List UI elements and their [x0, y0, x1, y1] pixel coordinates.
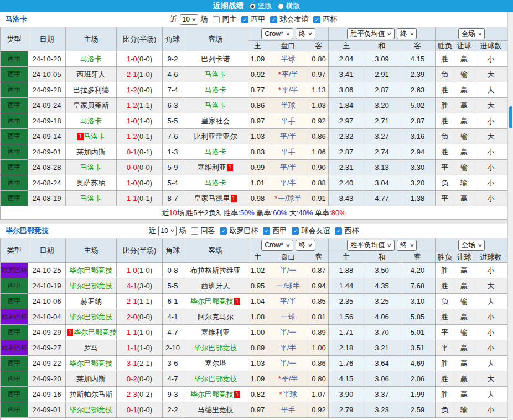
same-venue-checkbox[interactable]	[191, 227, 198, 235]
odds-away: 1.00	[309, 340, 329, 356]
odds-time-select[interactable]: 终∨	[296, 28, 315, 39]
avg-draw: 4.77	[364, 191, 400, 206]
away-team-name: 塞维利亚	[198, 163, 226, 172]
handicap-cell: 一/球半	[267, 278, 309, 294]
odds-home: 0.89	[248, 340, 267, 356]
result-goals: 小	[474, 325, 508, 340]
league-filter-checkbox[interactable]: ✓	[241, 16, 248, 23]
result-outcome: 胜	[436, 309, 454, 325]
result-handicap: 赢	[454, 387, 474, 402]
league-filter-checkbox[interactable]: ✓	[335, 227, 342, 235]
chevron-down-icon: ∨	[191, 17, 196, 22]
result-handicap: 输	[454, 175, 474, 191]
half-score: (1-1)	[137, 101, 152, 110]
avg-away: 5.85	[400, 309, 436, 325]
away-team-cell: 塞尔塔	[183, 356, 248, 371]
full-score: 0-1	[127, 148, 137, 156]
radio-selected-icon[interactable]	[250, 3, 256, 9]
avg-type-select[interactable]: 胜平负均值∨	[347, 28, 395, 39]
avg-type-select[interactable]: 胜平负均值∨	[347, 240, 395, 251]
half-score: (1-0)	[137, 117, 152, 125]
avg-away: 5.02	[400, 98, 436, 113]
score-cell: 1-2(0-1)	[117, 129, 163, 144]
result-handicap: 输	[454, 402, 474, 418]
avg-draw: 3.64	[364, 356, 400, 371]
league-filter-checkbox[interactable]: ✓	[263, 227, 270, 235]
odds-away: 0.88	[309, 175, 329, 191]
vertical-layout-radio[interactable]: 竖版	[250, 1, 272, 11]
odds-home: 0.98	[248, 191, 267, 206]
red-flag-badge: 1	[77, 133, 84, 140]
scope-select[interactable]: 全场∨	[458, 28, 485, 39]
sub-column-header: 主	[329, 252, 364, 263]
league-badge: 西甲	[1, 113, 28, 129]
corner-score: 5-5	[163, 278, 183, 294]
corner-score: 4-6	[163, 67, 183, 82]
full-score: 0-2	[127, 375, 137, 383]
away-team-cell: 巴列卡诺	[183, 51, 248, 67]
column-header: 主场	[66, 27, 117, 51]
result-outcome: 胜	[436, 371, 454, 387]
match-date: 24-10-19	[28, 278, 66, 294]
avg-time-select[interactable]: 终∨	[397, 28, 417, 39]
away-team-cell: 西班牙人	[183, 278, 248, 294]
same-venue-checkbox[interactable]	[213, 16, 220, 23]
team-sections-container: 马洛卡近10∨场同主✓西甲✓球会友谊✓西杯类型日期主场比分(半场)角球客场Cro…	[0, 12, 507, 420]
league-filter-checkbox[interactable]: ✓	[220, 227, 227, 235]
home-team-name: 毕尔巴鄂竞技	[70, 406, 113, 414]
odds-away: 0.97	[309, 67, 329, 82]
away-team-cell: 比利亚雷亚尔	[183, 129, 248, 144]
odds-time-select[interactable]: 终∨	[296, 240, 315, 251]
recent-count-select[interactable]: 10∨	[158, 226, 177, 236]
match-date: 24-09-22	[28, 356, 66, 371]
sub-column-header: 和	[364, 41, 400, 51]
near-label: 近	[148, 226, 157, 236]
avg-away: 3.16	[400, 129, 436, 144]
home-team-name: 莱加内斯	[77, 375, 106, 383]
scrollbar-thumb[interactable]	[509, 106, 512, 128]
avg-home: 3.06	[329, 82, 364, 98]
odds-source-select[interactable]: Crow*∨	[261, 240, 293, 251]
radio-unselected-icon[interactable]	[278, 3, 284, 9]
league-badge: 西甲	[1, 371, 28, 387]
score-cell: 3-1(2-1)	[117, 356, 163, 371]
avg-away: 4.15	[400, 51, 436, 67]
league-filter-checkbox[interactable]: ✓	[292, 227, 299, 235]
recent-count-select[interactable]: 10∨	[180, 14, 199, 25]
filter-controls: 近10∨场同主✓西甲✓球会友谊✓西杯	[170, 14, 338, 25]
match-row: 西甲24-10-05西班牙人2-1(1-0)4-6马洛卡0.92*平/半0.97…	[1, 67, 508, 82]
away-team-cell: 毕尔巴鄂竞技1	[183, 387, 248, 402]
match-row: 西甲24-10-19毕尔巴鄂竞技4-1(3-0)5-5西班牙人0.95一/球半0…	[1, 278, 508, 294]
result-goals: 小	[474, 144, 508, 160]
away-team-cell: 马洛卡	[183, 175, 248, 191]
result-goals: 小	[474, 340, 508, 356]
result-handicap: 输	[454, 160, 474, 175]
home-team-name: 马洛卡	[80, 117, 102, 125]
horizontal-layout-radio[interactable]: 横版	[278, 1, 300, 11]
team-name-title: 毕尔巴鄂竞技	[6, 226, 49, 236]
scrollbar-track[interactable]	[507, 12, 513, 420]
summary-part: 赢率:	[255, 209, 273, 217]
league-filter-checkbox[interactable]: ✓	[313, 16, 320, 23]
score-cell: 1-2(1-1)	[117, 98, 163, 113]
result-handicap: 赢	[454, 51, 474, 67]
result-outcome: 胜	[436, 82, 454, 98]
recent-results-page: 近期战绩 竖版 横版 马洛卡近10∨场同主✓西甲✓球会友谊✓西杯类型日期主场比分…	[0, 0, 513, 420]
sub-column-header: 胜负	[436, 252, 454, 263]
odds-source-select[interactable]: Crow*∨	[261, 28, 293, 39]
handicap-value: 平/半	[282, 375, 298, 383]
league-badge: 欧罗巴杯	[1, 340, 28, 356]
league-filter-checkbox[interactable]: ✓	[270, 16, 277, 23]
avg-time-select[interactable]: 终∨	[397, 240, 417, 251]
score-cell: 1-1(1-0)	[117, 325, 163, 340]
full-score: 1-0	[127, 179, 137, 187]
scope-select[interactable]: 全场∨	[458, 240, 485, 251]
handicap-value: 平/半	[280, 297, 297, 305]
odds-home: 0.92	[248, 67, 267, 82]
odds-away: 0.91	[309, 191, 329, 206]
league-badge: 欧罗巴杯	[1, 309, 28, 325]
avg-home: 2.97	[329, 113, 364, 129]
chevron-down-icon: ∨	[308, 31, 313, 37]
away-team-name: 马洛卡	[205, 148, 226, 156]
sub-column-header: 让球	[454, 252, 474, 263]
